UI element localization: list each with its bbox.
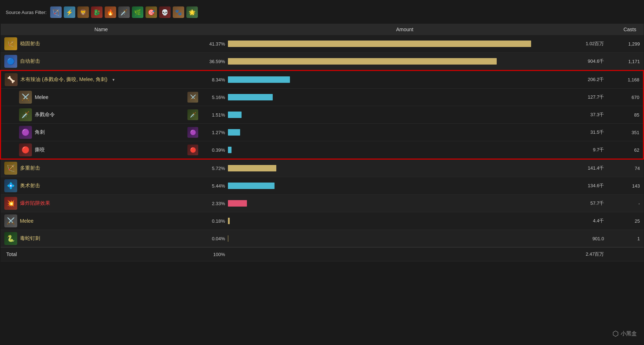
damage-table: Name Amount Casts 🏹稳固射击41.37%1.02百万1,299… <box>0 24 644 261</box>
cell-name: 🗡️杀戮命令🗡️ <box>1 106 202 124</box>
cell-amount: 5.72%141.4千 <box>202 159 608 177</box>
bar-container <box>228 41 573 47</box>
cell-amount: 0.39%9.7千 <box>202 141 608 159</box>
cell-name: 💠奥术射击 <box>1 177 202 195</box>
bar-container <box>228 165 573 171</box>
bar-fill <box>228 112 242 118</box>
bar-fill <box>228 58 497 65</box>
filter-icon-2[interactable]: ⚡ <box>64 6 75 18</box>
table-row: 🐍毒蛇钉刺0.04%901.01 <box>1 230 644 247</box>
bar-container <box>228 200 573 207</box>
table-row: 💥爆炸陷阱效果2.33%57.7千- <box>1 195 644 212</box>
watermark-logo: ⬡ <box>612 329 619 338</box>
sub-icon: 🗡️ <box>187 109 198 120</box>
table-row: ⚔️Melee⚔️5.16%127.7千670 <box>1 89 644 106</box>
cell-name: ⚔️Melee <box>1 212 202 230</box>
bar-container <box>228 76 573 83</box>
cell-casts: 1,299 <box>608 35 644 53</box>
header-name: Name <box>1 24 202 35</box>
bar-fill <box>228 183 275 189</box>
cell-amount: 2.33%57.7千 <box>202 195 608 212</box>
cell-name: 🔴撕咬🔴 <box>1 141 202 159</box>
table-row: 🗡️杀戮命令🗡️1.51%37.3千85 <box>1 106 644 124</box>
filter-icon-3[interactable]: 🦁 <box>77 6 89 18</box>
sub-icon: 🟣 <box>187 127 198 138</box>
cell-amount: 1.51%37.3千 <box>202 106 608 124</box>
cell-name: 🏹稳固射击 <box>1 35 202 53</box>
cell-name: ⚔️Melee⚔️ <box>1 89 202 106</box>
sub-icon: 🔴 <box>187 145 198 155</box>
total-amount: 100%2.47百万 <box>202 247 608 261</box>
cell-amount: 0.04%901.0 <box>202 230 608 247</box>
cell-casts: - <box>608 195 644 212</box>
cell-amount: 8.34%206.2千 <box>202 71 608 89</box>
bar-container <box>228 218 573 224</box>
table-row: 🟣角刺🟣1.27%31.5千351 <box>1 124 644 141</box>
filter-icon-8[interactable]: 🎯 <box>146 6 157 18</box>
filter-label: Source Auras Filter: <box>6 10 47 15</box>
filter-icon-10[interactable]: 🐾 <box>173 6 184 18</box>
filter-icon-9[interactable]: 💀 <box>159 6 171 18</box>
bar-container <box>228 129 573 136</box>
cell-name: 💥爆炸陷阱效果 <box>1 195 202 212</box>
dropdown-arrow-icon[interactable]: ▼ <box>112 78 115 82</box>
bar-fill <box>228 94 273 100</box>
bar-fill <box>228 76 290 83</box>
cell-name: 🔵自动射击 <box>1 53 202 71</box>
bar-container <box>228 183 573 189</box>
cell-casts: 25 <box>608 212 644 230</box>
bar-fill <box>228 129 240 136</box>
bar-container <box>228 112 573 118</box>
bar-fill <box>228 235 228 242</box>
cell-casts: 62 <box>608 141 644 159</box>
bar-fill <box>228 41 531 47</box>
filter-icon-7[interactable]: 🌿 <box>132 6 143 18</box>
bar-container <box>228 94 573 100</box>
cell-name: 🟣角刺🟣 <box>1 124 202 141</box>
header-amount: Amount <box>202 24 608 35</box>
watermark-text: 小黑盒 <box>621 330 637 337</box>
cell-amount: 36.59%904.6千 <box>202 53 608 71</box>
filter-icon-1[interactable]: 🏹 <box>50 6 62 18</box>
table-row: 🏹多重射击5.72%141.4千74 <box>1 159 644 177</box>
table-row: 🔴撕咬🔴0.39%9.7千62 <box>1 141 644 159</box>
cell-casts: 351 <box>608 124 644 141</box>
cell-amount: 1.27%31.5千 <box>202 124 608 141</box>
filter-icon-4[interactable]: 🐉 <box>91 6 102 18</box>
total-row: Total100%2.47百万 <box>1 247 644 261</box>
table-row: 🔵自动射击36.59%904.6千1,171 <box>1 53 644 71</box>
bar-container <box>228 147 573 153</box>
bar-fill <box>228 165 276 171</box>
cell-name: 🐍毒蛇钉刺 <box>1 230 202 247</box>
table-row: ⚔️Melee0.18%4.4千25 <box>1 212 644 230</box>
table-row: 🏹稳固射击41.37%1.02百万1,299 <box>1 35 644 53</box>
cell-casts: 670 <box>608 89 644 106</box>
filter-icon-11[interactable]: 🌟 <box>186 6 198 18</box>
total-label: Total <box>1 247 202 261</box>
bar-fill <box>228 147 232 153</box>
cell-amount: 0.18%4.4千 <box>202 212 608 230</box>
bar-fill <box>228 200 247 207</box>
cell-name: 🏹多重射击 <box>1 159 202 177</box>
header-casts: Casts <box>608 24 644 35</box>
table-row: 🦴木有辣油 (杀戮命令, 撕咬, Melee, 角刺) ▼8.34%206.2千… <box>1 71 644 89</box>
cell-amount: 5.44%134.6千 <box>202 177 608 195</box>
cell-casts: 1 <box>608 230 644 247</box>
cell-amount: 41.37%1.02百万 <box>202 35 608 53</box>
cell-casts: 1,168 <box>608 71 644 89</box>
bar-container <box>228 235 573 242</box>
cell-casts: 85 <box>608 106 644 124</box>
cell-amount: 5.16%127.7千 <box>202 89 608 106</box>
cell-casts: 1,171 <box>608 53 644 71</box>
cell-name: 🦴木有辣油 (杀戮命令, 撕咬, Melee, 角刺) ▼ <box>1 71 202 89</box>
filter-icon-6[interactable]: 🗡️ <box>118 6 130 18</box>
watermark: ⬡ 小黑盒 <box>612 329 637 338</box>
filter-icon-5[interactable]: 🔥 <box>105 6 116 18</box>
source-auras-filter: Source Auras Filter: 🏹 ⚡ 🦁 🐉 🔥 🗡️ 🌿 🎯 💀 … <box>0 4 644 21</box>
cell-casts: 143 <box>608 177 644 195</box>
table-row: 💠奥术射击5.44%134.6千143 <box>1 177 644 195</box>
bar-fill <box>228 218 230 224</box>
sub-icon: ⚔️ <box>187 92 198 103</box>
bar-container <box>228 58 573 65</box>
cell-casts: 74 <box>608 159 644 177</box>
